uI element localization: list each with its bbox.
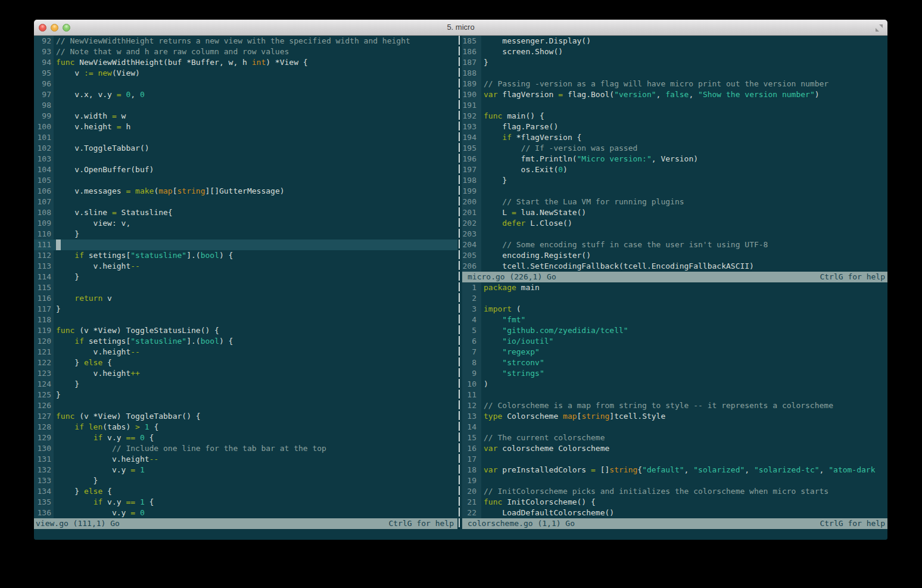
code-line[interactable]: 206 tcell.SetEncodingFallback(tcell.Enco…: [462, 261, 887, 272]
code-line[interactable]: 16var colorscheme Colorscheme: [462, 443, 887, 454]
code-line[interactable]: 4 "fmt": [462, 315, 887, 325]
code-line[interactable]: 103: [34, 154, 457, 164]
code-line[interactable]: 111: [34, 239, 457, 250]
code-line[interactable]: 104 v.OpenBuffer(buf): [34, 164, 457, 175]
code-line[interactable]: 194 if *flagVersion {: [462, 132, 887, 143]
code-line[interactable]: 110 }: [34, 229, 457, 239]
code-line[interactable]: 195 // If -version was passed: [462, 143, 887, 154]
code-line[interactable]: 12// Colorscheme is a map from string to…: [462, 400, 887, 411]
code-line[interactable]: 189// Passing -version as a flag will ha…: [462, 79, 887, 89]
code-line[interactable]: 192func main() {: [462, 111, 887, 122]
code-line[interactable]: 186 screen.Show(): [462, 46, 887, 57]
code-line[interactable]: 96: [34, 79, 457, 89]
code-line[interactable]: 127func (v *View) ToggleTabbar() {: [34, 411, 457, 422]
code-line[interactable]: 204 // Some encoding stuff in case the u…: [462, 239, 887, 250]
code-line[interactable]: 197 os.Exit(0): [462, 164, 887, 175]
code-line[interactable]: 136 v.y = 0: [34, 508, 457, 518]
code-line[interactable]: 119func (v *View) ToggleStatusLine() {: [34, 325, 457, 336]
code-line[interactable]: 5 "github.com/zyedidia/tcell": [462, 325, 887, 336]
code-line[interactable]: 198 }: [462, 175, 887, 186]
code-text: }: [56, 304, 61, 315]
code-line[interactable]: 20// InitColorscheme picks and initializ…: [462, 486, 887, 497]
code-line[interactable]: 185 messenger.Display(): [462, 36, 887, 46]
code-line[interactable]: 203: [462, 229, 887, 239]
code-line[interactable]: 15// The current colorscheme: [462, 433, 887, 443]
code-line[interactable]: 130 // Include one line for the tab bar …: [34, 443, 457, 454]
code-line[interactable]: 3import (: [462, 304, 887, 315]
code-line[interactable]: 99 v.width = w: [34, 111, 457, 122]
code-line[interactable]: 116 return v: [34, 293, 457, 304]
code-line[interactable]: 201 L = lua.NewState(): [462, 207, 887, 218]
code-line[interactable]: 118: [34, 315, 457, 325]
code-line[interactable]: 124 }: [34, 379, 457, 390]
titlebar[interactable]: 5. micro: [34, 20, 887, 36]
code-line[interactable]: 102 v.ToggleTabbar(): [34, 143, 457, 154]
fullscreen-icon[interactable]: [875, 24, 883, 32]
code-line[interactable]: 8 "strconv": [462, 357, 887, 368]
code-line[interactable]: 113 v.height--: [34, 261, 457, 272]
code-line[interactable]: 105: [34, 175, 457, 186]
code-line[interactable]: 2: [462, 293, 887, 304]
code-line[interactable]: 108 v.sline = Statusline{: [34, 207, 457, 218]
line-number: 198: [462, 175, 481, 186]
code-line[interactable]: 21func InitColorscheme() {: [462, 497, 887, 508]
code-line[interactable]: 190var flagVersion = flag.Bool("version"…: [462, 89, 887, 100]
code-line[interactable]: 1package main: [462, 282, 887, 293]
line-number: 19: [462, 475, 481, 486]
code-line[interactable]: 109 view: v,: [34, 218, 457, 229]
code-line[interactable]: 101: [34, 132, 457, 143]
code-line[interactable]: 187}: [462, 57, 887, 68]
code-line[interactable]: 11: [462, 390, 887, 400]
code-line[interactable]: 112 if settings["statusline"].(bool) {: [34, 250, 457, 261]
code-line[interactable]: 107: [34, 197, 457, 207]
code-line[interactable]: 95 v := new(View): [34, 68, 457, 79]
code-line[interactable]: 131 v.height--: [34, 454, 457, 465]
code-line[interactable]: 132 v.y = 1: [34, 465, 457, 475]
code-line[interactable]: 7 "regexp": [462, 347, 887, 357]
code-line[interactable]: 14: [462, 422, 887, 433]
line-number: 205: [462, 250, 481, 261]
code-line[interactable]: 193 flag.Parse(): [462, 122, 887, 132]
code-line[interactable]: 19: [462, 475, 887, 486]
code-line[interactable]: 94func NewViewWidthHeight(buf *Buffer, w…: [34, 57, 457, 68]
code-line[interactable]: 98: [34, 100, 457, 111]
code-line[interactable]: 126: [34, 400, 457, 411]
code-line[interactable]: 17: [462, 454, 887, 465]
code-line[interactable]: 123 v.height++: [34, 368, 457, 379]
code-line[interactable]: 122 } else {: [34, 357, 457, 368]
code-line[interactable]: 129 if v.y == 0 {: [34, 433, 457, 443]
code-line[interactable]: 22 LoadDefaultColorscheme(): [462, 508, 887, 518]
code-line[interactable]: 114 }: [34, 272, 457, 282]
code-line[interactable]: 9 "strings": [462, 368, 887, 379]
code-line[interactable]: 117}: [34, 304, 457, 315]
code-line[interactable]: 200 // Start the Lua VM for running plug…: [462, 197, 887, 207]
code-line[interactable]: 202 defer L.Close(): [462, 218, 887, 229]
code-line[interactable]: 106 v.messages = make(map[string][]Gutte…: [34, 186, 457, 197]
code-line[interactable]: 100 v.height = h: [34, 122, 457, 132]
code-line[interactable]: 134 } else {: [34, 486, 457, 497]
code-line[interactable]: 121 v.height--: [34, 347, 457, 357]
code-line[interactable]: 128 if len(tabs) > 1 {: [34, 422, 457, 433]
code-line[interactable]: 115: [34, 282, 457, 293]
code-line[interactable]: 92// NewViewWidthHeight returns a new vi…: [34, 36, 457, 46]
code-line[interactable]: 135 if v.y == 1 {: [34, 497, 457, 508]
code-line[interactable]: 18var preInstalledColors = []string{"def…: [462, 465, 887, 475]
code-line[interactable]: 199: [462, 186, 887, 197]
line-number: 13: [462, 411, 481, 422]
code-line[interactable]: 188: [462, 68, 887, 79]
pane-colorscheme-go[interactable]: 1package main23import (4 "fmt"5 "github.…: [462, 282, 887, 518]
line-number: 194: [462, 132, 481, 143]
code-line[interactable]: 125}: [34, 390, 457, 400]
pane-micro-go[interactable]: 185 messenger.Display()186 screen.Show()…: [462, 36, 887, 272]
code-line[interactable]: 120 if settings["statusline"].(bool) {: [34, 336, 457, 347]
code-line[interactable]: 13type Colorscheme map[string]tcell.Styl…: [462, 411, 887, 422]
code-line[interactable]: 205 encoding.Register(): [462, 250, 887, 261]
code-line[interactable]: 133 }: [34, 475, 457, 486]
code-line[interactable]: 6 "io/ioutil": [462, 336, 887, 347]
code-line[interactable]: 10): [462, 379, 887, 390]
pane-view-go[interactable]: 92// NewViewWidthHeight returns a new vi…: [34, 36, 457, 518]
code-line[interactable]: 97 v.x, v.y = 0, 0: [34, 89, 457, 100]
code-line[interactable]: 196 fmt.Println("Micro version:", Versio…: [462, 154, 887, 164]
code-line[interactable]: 191: [462, 100, 887, 111]
code-line[interactable]: 93// Note that w and h are raw column an…: [34, 46, 457, 57]
